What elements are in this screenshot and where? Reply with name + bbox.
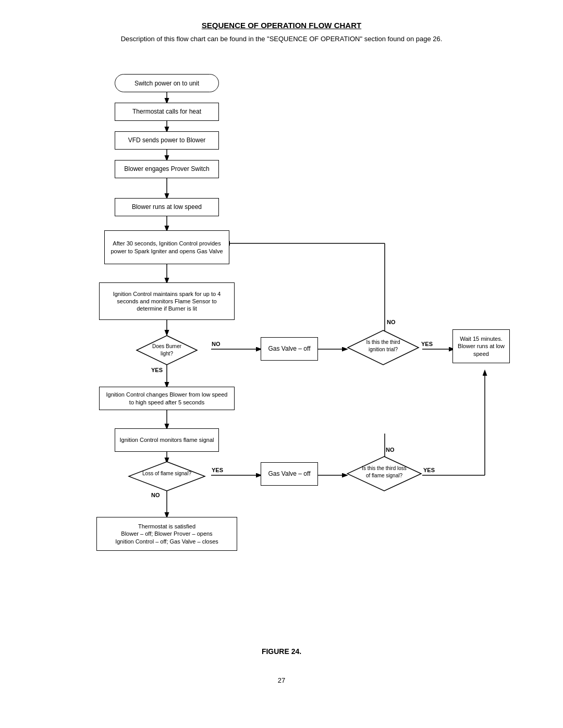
page-number: 27 [31,676,532,684]
label-no-4: NO [386,447,395,453]
figure-label: FIGURE 24. [31,647,532,656]
label-no-2: NO [387,319,396,325]
node-ignition-monitors: Ignition Control monitors flame signal [115,428,219,452]
node-thermostat-heat: Thermostat calls for heat [115,103,219,121]
svg-marker-28 [129,462,205,491]
node-is-third-loss: Is this the third loss of flame signal? [347,455,422,492]
node-does-burner-light: Does Burner light? [136,335,198,366]
svg-text:Does Burner: Does Burner [152,343,182,349]
node-ignition-changes: Ignition Control changes Blower from low… [99,387,235,410]
label-yes-1: YES [151,367,163,373]
svg-text:ignition trial?: ignition trial? [369,347,398,352]
label-no-3: NO [151,492,160,498]
svg-text:Is this the third loss: Is this the third loss [362,465,407,471]
svg-marker-22 [137,336,197,365]
node-switch-power: Switch power on to unit [115,74,219,92]
node-blower-low: Blower runs at low speed [115,198,219,216]
node-thermostat-satisfied: Thermostat is satisfied Blower – off; Bl… [96,517,237,551]
svg-text:Is this the third: Is this the third [366,339,400,345]
node-is-third-ignition: Is this the third ignition trial? [347,329,420,366]
svg-text:light?: light? [161,351,173,356]
node-wait-15-min: Wait 15 minutes. Blower runs at low spee… [452,329,510,363]
label-yes-3: YES [212,467,223,473]
label-no-1: NO [212,341,221,347]
flowchart: Switch power on to unit Thermostat calls… [47,58,516,632]
node-ignition-30s: After 30 seconds, Ignition Control provi… [104,230,229,264]
page-subtitle: Description of this flow chart can be fo… [31,35,532,43]
node-gas-valve-off-2: Gas Valve – off [261,462,318,486]
svg-text:Loss of flame signal?: Loss of flame signal? [142,471,191,476]
node-vfd-blower: VFD sends power to Blower [115,131,219,150]
node-blower-prover: Blower engages Prover Switch [115,160,219,178]
label-yes-2: YES [421,341,433,347]
node-ignition-spark: Ignition Control maintains spark for up … [99,282,235,320]
svg-text:of flame signal?: of flame signal? [366,473,402,478]
node-gas-valve-off-1: Gas Valve – off [261,337,318,361]
node-loss-of-flame: Loss of flame signal? [128,461,206,492]
page-title: SEQUENCE OF OPERATION FLOW CHART [31,21,532,30]
label-yes-4: YES [423,467,435,473]
